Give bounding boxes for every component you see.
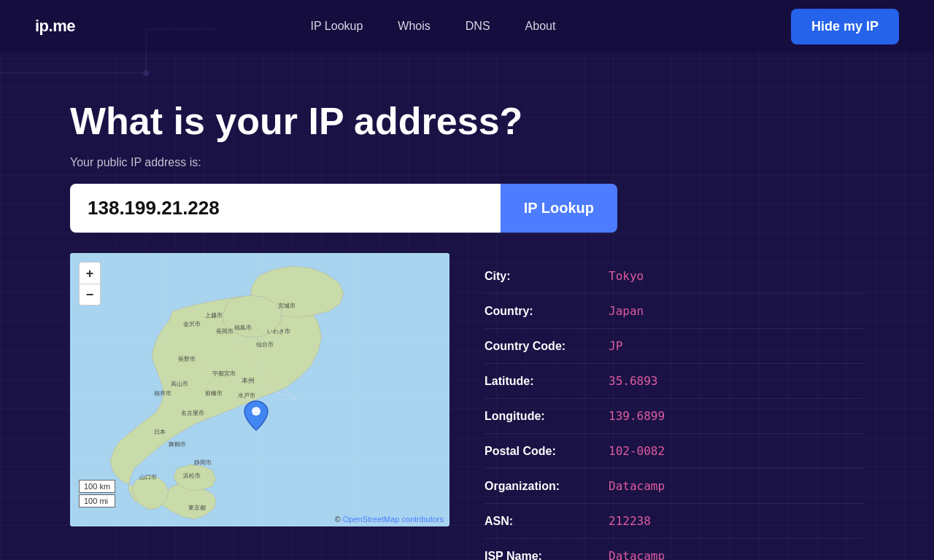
content-row: 本州 仙台市 長野市 宇都宮市 高山市 名古屋市 前橋市 水戸市 成田市 東京都… [70,253,864,560]
zoom-in-button[interactable]: + [79,262,101,284]
info-label: City: [485,270,609,283]
svg-text:仙台市: 仙台市 [256,341,274,348]
info-label: Longitude: [485,410,609,423]
info-row: City:Tokyo [485,259,864,294]
info-value: Datacamp [609,479,665,493]
info-row: Postal Code:102-0082 [485,434,864,469]
info-label: Postal Code: [485,445,609,458]
info-label: Organization: [485,480,609,493]
svg-point-62 [252,407,260,416]
svg-text:前橋市: 前橋市 [205,390,223,397]
map-attribution: © OpenStreetMap contributors [335,515,444,524]
scale-100km: 100 km [79,480,115,493]
svg-text:金沢市: 金沢市 [183,321,201,327]
svg-text:山口市: 山口市 [139,474,157,481]
navbar: ip.me IP Lookup Whois DNS About Hide my … [0,0,934,52]
info-row: Country:Japan [485,294,864,329]
main-content: What is your IP address? Your public IP … [0,52,934,560]
info-label: Country: [485,305,609,318]
svg-text:宇都宮市: 宇都宮市 [212,370,236,377]
svg-text:長岡市: 長岡市 [216,328,234,335]
nav-about[interactable]: About [525,20,556,33]
ip-lookup-button[interactable]: IP Lookup [501,184,617,233]
nav-whois[interactable]: Whois [398,20,430,33]
svg-text:宮城市: 宮城市 [278,303,296,309]
hide-my-ip-button[interactable]: Hide my IP [791,9,899,44]
ip-row: 138.199.21.228 IP Lookup [70,184,617,233]
info-value: 139.6899 [609,409,665,423]
svg-text:本州: 本州 [242,377,255,384]
info-row: Organization:Datacamp [485,469,864,504]
info-row: ISP Name:Datacamp [485,539,864,560]
info-value: 35.6893 [609,374,657,388]
info-value: Tokyo [609,269,644,283]
ip-input[interactable]: 138.199.21.228 [70,184,501,233]
map-container: 本州 仙台市 長野市 宇都宮市 高山市 名古屋市 前橋市 水戸市 成田市 東京都… [70,253,449,526]
info-value: 212238 [609,514,651,528]
attribution-prefix: © [335,515,341,524]
info-row: ASN:212238 [485,504,864,539]
info-value: Japan [609,304,644,318]
map-scale: 100 km 100 mi [79,480,115,509]
info-value: JP [609,339,622,353]
info-label: Country Code: [485,340,609,353]
map-controls: + − [79,262,101,306]
svg-text:福島市: 福島市 [234,324,252,331]
attribution-link[interactable]: OpenStreetMap contributors [343,515,444,524]
page-title: What is your IP address? [70,99,864,143]
info-row: Latitude:35.6893 [485,364,864,399]
zoom-out-button[interactable]: − [79,284,101,306]
subtitle: Your public IP address is: [70,156,864,169]
svg-text:静岡市: 静岡市 [194,459,212,466]
svg-text:上越市: 上越市 [205,312,223,319]
nav-links: IP Lookup Whois DNS About [311,20,556,33]
info-label: Latitude: [485,375,609,388]
info-row: Longitude:139.6899 [485,399,864,434]
nav-dns[interactable]: DNS [466,20,490,33]
svg-text:名古屋市: 名古屋市 [181,410,204,416]
svg-text:水戸市: 水戸市 [238,392,255,399]
scale-100mi: 100 mi [79,494,115,508]
svg-text:高山市: 高山市 [171,381,188,387]
info-panel: City:TokyoCountry:JapanCountry Code:JPLa… [485,253,864,560]
svg-text:東京都: 東京都 [188,505,206,511]
svg-text:いわき市: いわき市 [267,328,290,335]
svg-text:舞鶴市: 舞鶴市 [169,441,186,448]
info-value: Datacamp [609,549,665,560]
info-label: ISP Name: [485,550,609,560]
info-label: ASN: [485,515,609,528]
svg-text:浜松市: 浜松市 [183,472,201,479]
svg-text:福井市: 福井市 [154,390,171,397]
svg-text:長野市: 長野市 [178,356,196,362]
logo[interactable]: ip.me [35,17,75,36]
info-value: 102-0082 [609,444,665,458]
info-row: Country Code:JP [485,329,864,364]
nav-ip-lookup[interactable]: IP Lookup [311,20,363,33]
svg-text:日本: 日本 [154,429,166,435]
